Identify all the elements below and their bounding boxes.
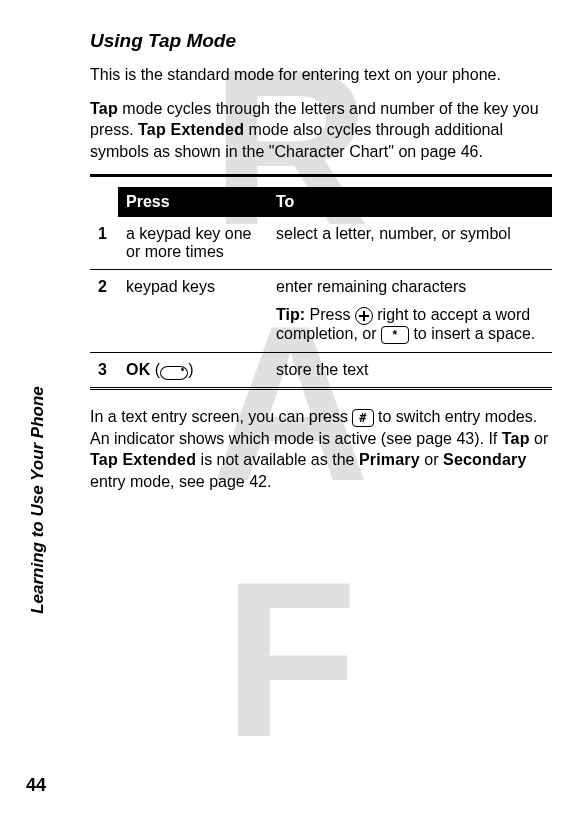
table-row: 1 a keypad key one or more times select … <box>90 217 552 270</box>
table-row: 3 OK () store the text <box>90 352 552 388</box>
col-press-header: Press <box>118 187 268 217</box>
footer-paragraph: In a text entry screen, you can press # … <box>90 406 552 492</box>
tap-mode-paragraph: Tap mode cycles through the letters and … <box>90 98 552 163</box>
table-header-row: Press To <box>90 187 552 217</box>
table-row: 2 keypad keys enter remaining characters… <box>90 270 552 353</box>
softkey-icon <box>160 366 188 380</box>
section-heading: Using Tap Mode <box>90 30 552 52</box>
page-number: 44 <box>26 775 46 796</box>
navigation-key-icon <box>355 307 373 325</box>
instruction-table: Press To 1 a keypad key one or more time… <box>90 174 552 390</box>
vertical-section-label: Learning to Use Your Phone <box>18 370 58 630</box>
col-to-header: To <box>268 187 552 217</box>
hash-key-icon: # <box>352 409 373 427</box>
intro-paragraph: This is the standard mode for entering t… <box>90 64 552 86</box>
star-key-icon: * <box>381 326 409 344</box>
